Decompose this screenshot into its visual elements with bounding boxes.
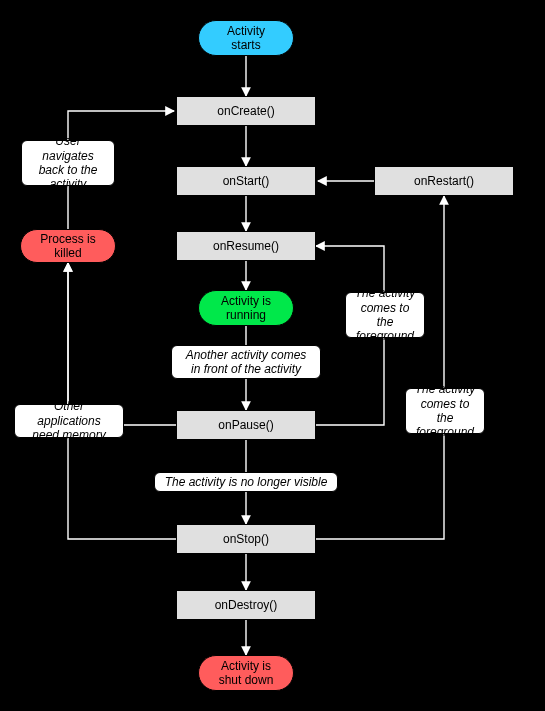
node-onRestart: onRestart() xyxy=(374,166,514,196)
node-onPause: onPause() xyxy=(176,410,316,440)
node-onStop: onStop() xyxy=(176,524,316,554)
note-no-longer-visible: The activity is no longer visible xyxy=(154,472,338,492)
note-another-activity-front: Another activity comesin front of the ac… xyxy=(171,345,321,379)
node-onCreate: onCreate() xyxy=(176,96,316,126)
note-other-apps-need-memory: Other applicationsneed memory xyxy=(14,404,124,438)
node-activity-starts: Activitystarts xyxy=(198,20,294,56)
node-onResume: onResume() xyxy=(176,231,316,261)
note-comes-foreground-1: The activitycomes to theforeground xyxy=(345,292,425,338)
node-onStart: onStart() xyxy=(176,166,316,196)
note-comes-foreground-2: The activitycomes to theforeground xyxy=(405,388,485,434)
node-onDestroy: onDestroy() xyxy=(176,590,316,620)
node-process-killed: Process iskilled xyxy=(20,229,116,263)
node-activity-shutdown: Activity isshut down xyxy=(198,655,294,691)
node-activity-running: Activity isrunning xyxy=(198,290,294,326)
note-user-navigates-back: User navigatesback to theactivity xyxy=(21,140,115,186)
